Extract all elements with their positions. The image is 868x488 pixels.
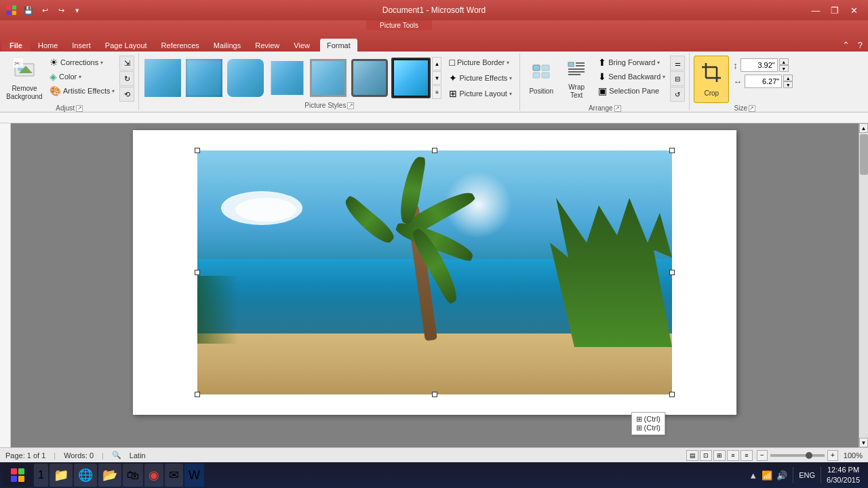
tab-insert[interactable]: Insert xyxy=(65,39,98,52)
picture-layout-button[interactable]: ⊞ Picture Layout ▾ xyxy=(446,87,515,100)
tab-review[interactable]: Review xyxy=(248,39,286,52)
start-button[interactable] xyxy=(3,464,33,487)
tab-home[interactable]: Home xyxy=(31,39,64,52)
height-spin-up[interactable]: ▲ xyxy=(779,58,789,65)
selected-image-container[interactable]: ⊞ (Ctrl) ⊞ (Ctrl) xyxy=(197,150,672,394)
scroll-up-button[interactable]: ▲ xyxy=(859,123,868,133)
minimize-button[interactable]: — xyxy=(807,3,825,17)
tab-view[interactable]: View xyxy=(287,39,317,52)
picture-effects-button[interactable]: ✦ Picture Effects ▾ xyxy=(446,71,515,85)
handle-bottom-center[interactable] xyxy=(432,392,437,397)
width-spin-up[interactable]: ▲ xyxy=(783,75,793,81)
taskbar-mail-button[interactable]: ✉ xyxy=(165,464,183,487)
scroll-track-v[interactable] xyxy=(859,133,868,438)
help-button[interactable]: ? xyxy=(854,39,867,52)
crop-icon xyxy=(701,62,722,88)
wrap-text-button[interactable]: Wrap Text xyxy=(559,56,593,103)
tab-mailings[interactable]: Mailings xyxy=(207,39,248,52)
zoom-thumb[interactable] xyxy=(806,452,812,459)
rotate-button[interactable]: ↺ xyxy=(670,87,685,102)
handle-bottom-right[interactable] xyxy=(669,392,675,397)
web-layout-btn[interactable]: ⊞ xyxy=(713,450,726,461)
zoom-out-button[interactable]: − xyxy=(757,450,768,461)
ribbon-collapse-button[interactable]: ⌃ xyxy=(838,39,854,52)
vertical-scrollbar[interactable]: ▲ ▼ xyxy=(859,123,868,447)
scroll-down-button[interactable]: ▼ xyxy=(859,438,868,447)
zoom-in-button[interactable]: + xyxy=(827,450,838,461)
size-group-expand[interactable]: ↗ xyxy=(749,105,755,112)
gallery-item-4[interactable] xyxy=(267,58,307,98)
zoom-slider[interactable] xyxy=(770,454,825,457)
taskbar-file-manager-button[interactable]: 📁 xyxy=(50,464,73,487)
qa-more-button[interactable]: ▾ xyxy=(71,3,84,17)
draft-btn[interactable]: ≡ xyxy=(741,450,753,461)
gallery-more[interactable]: ≡ xyxy=(432,85,441,99)
gallery-item-6[interactable] xyxy=(350,58,389,98)
handle-top-left[interactable] xyxy=(195,148,200,153)
gallery-item-2[interactable] xyxy=(184,58,224,98)
restore-button[interactable]: ❐ xyxy=(826,3,844,17)
corrections-button[interactable]: ☀ Corrections ▾ xyxy=(46,56,118,69)
compress-picture-button[interactable]: ⇲ xyxy=(119,56,134,70)
svg-rect-23 xyxy=(18,468,24,474)
remove-background-button[interactable]: ✂ Remove Background xyxy=(4,56,45,103)
crop-button[interactable]: Crop xyxy=(694,56,729,103)
picture-border-button[interactable]: □ Picture Border ▾ xyxy=(446,56,515,69)
tab-format[interactable]: Format xyxy=(320,39,357,52)
gallery-scroll-down[interactable]: ▼ xyxy=(432,71,441,85)
handle-top-center[interactable] xyxy=(432,148,437,153)
artistic-effects-button[interactable]: 🎨 Artistic Effects ▾ xyxy=(46,84,118,98)
gallery-item-1[interactable] xyxy=(143,58,182,98)
gallery-item-3[interactable] xyxy=(226,58,265,98)
reset-picture-button[interactable]: ⟲ xyxy=(119,87,134,102)
adjust-group-expand[interactable]: ↗ xyxy=(76,105,83,112)
gallery-item-5[interactable] xyxy=(309,58,348,98)
send-backward-button[interactable]: ⬇ Send Backward ▾ xyxy=(595,70,669,83)
bring-forward-button[interactable]: ⬆ Bring Forward ▾ xyxy=(595,56,669,69)
change-picture-button[interactable]: ↻ xyxy=(119,71,134,86)
width-spin-down[interactable]: ▼ xyxy=(783,81,793,88)
volume-icon[interactable]: 🔊 xyxy=(776,470,787,481)
selection-pane-icon: ▣ xyxy=(598,85,607,96)
height-input[interactable]: 3.92" xyxy=(741,58,778,72)
handle-mid-left[interactable] xyxy=(195,270,200,275)
print-layout-btn[interactable]: ▤ xyxy=(686,450,698,461)
full-reading-btn[interactable]: ⊡ xyxy=(700,450,712,461)
taskbar-1-button[interactable]: 1 xyxy=(34,464,48,487)
align-button[interactable]: ⚌ xyxy=(670,56,685,70)
color-button[interactable]: ◈ Color ▾ xyxy=(46,70,118,83)
height-spin-down[interactable]: ▼ xyxy=(779,65,789,72)
language-indicator[interactable]: ENG xyxy=(799,471,815,479)
redo-button[interactable]: ↪ xyxy=(54,3,68,17)
handle-bottom-left[interactable] xyxy=(195,392,200,397)
arrange-group-expand[interactable]: ↗ xyxy=(614,105,621,112)
taskbar-chrome-button[interactable]: ◉ xyxy=(144,464,163,487)
bring-forward-icon: ⬆ xyxy=(598,57,606,68)
gallery-scroll-up[interactable]: ▲ xyxy=(432,57,441,70)
close-button[interactable]: ✕ xyxy=(845,3,863,17)
taskbar-store-button[interactable]: 🛍 xyxy=(123,464,143,487)
clock[interactable]: 12:46 PM 6/30/2015 xyxy=(827,465,860,486)
tab-file[interactable]: File xyxy=(1,39,31,52)
group-button[interactable]: ⊟ xyxy=(670,71,685,86)
scroll-thumb-v[interactable] xyxy=(860,134,868,175)
position-button[interactable]: Position xyxy=(524,56,558,103)
taskbar-word-button[interactable]: W xyxy=(184,464,204,487)
gallery-item-7[interactable] xyxy=(391,58,431,98)
tray-expand-icon[interactable]: ▲ xyxy=(749,470,757,481)
handle-top-right[interactable] xyxy=(669,148,675,153)
taskbar-ie-button[interactable]: 🌐 xyxy=(74,464,97,487)
network-icon[interactable]: 📶 xyxy=(762,470,772,481)
selection-pane-button[interactable]: ▣ Selection Pane xyxy=(595,84,669,98)
handle-mid-right[interactable] xyxy=(669,270,675,275)
adjust-group: ✂ Remove Background ☀ Corrections ▾ ◈ Co… xyxy=(0,53,139,110)
picture-styles-group-expand[interactable]: ↗ xyxy=(347,102,354,109)
picture-border-icon: □ xyxy=(449,57,454,68)
tab-page-layout[interactable]: Page Layout xyxy=(98,39,154,52)
outline-btn[interactable]: ≡ xyxy=(727,450,739,461)
tab-references[interactable]: References xyxy=(155,39,206,52)
undo-button[interactable]: ↩ xyxy=(38,3,52,17)
save-button[interactable]: 💾 xyxy=(22,3,35,17)
taskbar-folder-button[interactable]: 📂 xyxy=(98,464,121,487)
width-input[interactable]: 6.27" xyxy=(745,75,782,88)
